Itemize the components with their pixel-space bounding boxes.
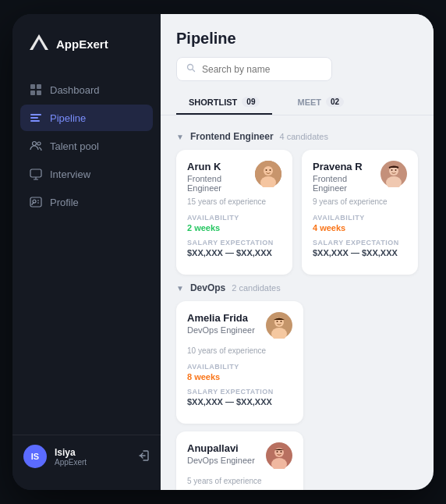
svg-point-23: [391, 169, 393, 171]
devops-amelia-row: Amelia Frida DevOps Engineer: [176, 301, 418, 424]
salary-label-arun: SALARY EXPECTATION: [187, 239, 281, 247]
svg-rect-6: [30, 114, 41, 115]
sidebar-footer: IS Isiya AppExert: [12, 435, 161, 477]
search-bar[interactable]: [176, 57, 332, 81]
group-chevron-icon: ▼: [176, 133, 184, 141]
tab-shortlist[interactable]: SHORTLIST 09: [176, 91, 272, 115]
tab-meet-badge: 02: [326, 97, 344, 107]
candidate-exp-arun: 15 years of experience: [187, 197, 281, 206]
empty-space-2: [313, 431, 418, 490]
group-count-devops: 2 candidates: [232, 283, 280, 293]
tab-meet-label: MEET: [297, 98, 321, 107]
interview-icon: [30, 168, 42, 180]
candidate-exp-amelia: 10 years of experience: [187, 346, 292, 355]
avail-label-amelia: AVAILABILITY: [187, 363, 292, 371]
svg-rect-8: [30, 120, 40, 122]
sidebar-item-profile-label: Profile: [50, 197, 79, 208]
logout-button[interactable]: [137, 449, 150, 464]
candidate-info-amelia: Amelia Frida DevOps Engineer: [187, 312, 255, 335]
svg-point-34: [281, 451, 282, 453]
avatar-anupallavi: [266, 442, 292, 472]
avail-value-arun: 2 weeks: [187, 223, 281, 232]
logo: AppExert: [12, 33, 161, 76]
group-frontend-engineer: ▼ Frontend Engineer 4 candidates: [176, 131, 418, 142]
group-devops-chevron: ▼: [176, 284, 184, 293]
profile-icon: [30, 196, 42, 208]
candidate-exp-anupallavi: 5 years of experience: [187, 477, 292, 485]
pipeline-tabs: SHORTLIST 09 MEET 02: [161, 91, 434, 115]
page-title: Pipeline: [176, 30, 418, 48]
card-header-anupallavi: Anupallavi DevOps Engineer: [187, 442, 292, 472]
sidebar-item-dashboard-label: Dashboard: [50, 84, 100, 96]
salary-label-pravena: SALARY EXPECTATION: [313, 239, 407, 247]
search-input[interactable]: [202, 64, 322, 75]
candidate-card-anupallavi[interactable]: Anupallavi DevOps Engineer: [176, 431, 303, 490]
card-header-arun: Arun K Frontend Engineer: [187, 161, 281, 193]
user-company: AppExert: [55, 458, 129, 467]
avatar-pravena: [381, 161, 407, 190]
tab-shortlist-label: SHORTLIST: [189, 98, 237, 107]
candidate-name-anupallavi: Anupallavi: [187, 442, 255, 454]
user-name: Isiya: [55, 447, 129, 458]
sidebar-nav: Dashboard Pipeline Talent p: [12, 76, 161, 428]
svg-rect-11: [30, 169, 41, 177]
svg-rect-7: [30, 117, 38, 119]
group-title-frontend: Frontend Engineer: [190, 131, 274, 142]
candidate-name-amelia: Amelia Frida: [187, 312, 255, 324]
sidebar-item-pipeline-label: Pipeline: [50, 112, 86, 124]
candidate-info-arun: Arun K Frontend Engineer: [187, 161, 255, 193]
avail-value-pravena: 4 weeks: [313, 223, 407, 232]
device-frame: AppExert Dashboard Pipel: [12, 14, 434, 490]
avail-label-arun: AVAILABILITY: [187, 214, 281, 222]
sidebar: AppExert Dashboard Pipel: [12, 14, 161, 490]
sidebar-item-interview[interactable]: Interview: [20, 161, 153, 187]
tab-shortlist-badge: 09: [242, 97, 260, 107]
svg-rect-2: [30, 84, 35, 89]
tabs-divider: [161, 115, 434, 115]
sidebar-item-profile[interactable]: Profile: [20, 189, 153, 215]
user-avatar: IS: [23, 445, 47, 468]
avail-label-pravena: AVAILABILITY: [313, 214, 407, 222]
salary-value-arun: $XX,XXX — $XX,XXX: [187, 248, 281, 257]
avatar-amelia: [266, 312, 292, 342]
card-header-amelia: Amelia Frida DevOps Engineer: [187, 312, 292, 342]
user-info: Isiya AppExert: [55, 447, 129, 467]
tab-meet[interactable]: MEET 02: [285, 91, 356, 115]
pipeline-content[interactable]: ▼ Frontend Engineer 4 candidates Arun K …: [161, 122, 434, 490]
candidate-name-arun: Arun K: [187, 161, 255, 172]
pipeline-icon: [30, 112, 42, 124]
candidate-card-amelia[interactable]: Amelia Frida DevOps Engineer: [176, 301, 303, 424]
svg-point-10: [37, 142, 41, 145]
card-header-pravena: Pravena R Frontend Engineer: [313, 161, 407, 193]
group-count-frontend: 4 candidates: [280, 132, 328, 141]
frontend-cards-row: Arun K Frontend Engineer: [176, 150, 418, 275]
sidebar-item-talent-pool[interactable]: Talent pool: [20, 133, 153, 159]
candidate-name-pravena: Pravena R: [313, 161, 381, 172]
candidate-info-anupallavi: Anupallavi DevOps Engineer: [187, 442, 255, 465]
candidate-exp-pravena: 9 years of experience: [313, 197, 407, 206]
sidebar-item-dashboard[interactable]: Dashboard: [20, 76, 153, 103]
candidate-info-pravena: Pravena R Frontend Engineer: [313, 161, 381, 193]
avail-value-amelia: 8 weeks: [187, 372, 292, 382]
svg-point-24: [395, 169, 397, 171]
candidate-card-arun[interactable]: Arun K Frontend Engineer: [176, 150, 292, 275]
svg-point-14: [188, 65, 193, 70]
talent-icon: [30, 140, 42, 152]
sidebar-item-pipeline[interactable]: Pipeline: [20, 105, 153, 131]
svg-point-33: [277, 451, 278, 453]
main-content: Pipeline SHORTLIST 09 MEET 02: [161, 14, 434, 490]
empty-space: [313, 301, 418, 424]
svg-point-18: [266, 169, 267, 171]
search-icon: [186, 63, 196, 75]
candidate-role-arun: Frontend Engineer: [187, 174, 255, 193]
logo-icon: [28, 33, 50, 55]
devops-anupallavi-row: Anupallavi DevOps Engineer: [176, 431, 418, 490]
logo-text: AppExert: [56, 37, 108, 51]
candidate-role-amelia: DevOps Engineer: [187, 325, 255, 335]
svg-rect-4: [30, 91, 35, 95]
svg-point-28: [277, 321, 278, 322]
candidate-role-pravena: Frontend Engineer: [313, 174, 381, 193]
candidate-card-pravena[interactable]: Pravena R Frontend Engineer: [302, 150, 418, 275]
svg-point-13: [33, 200, 36, 203]
main-header: Pipeline: [161, 14, 434, 91]
